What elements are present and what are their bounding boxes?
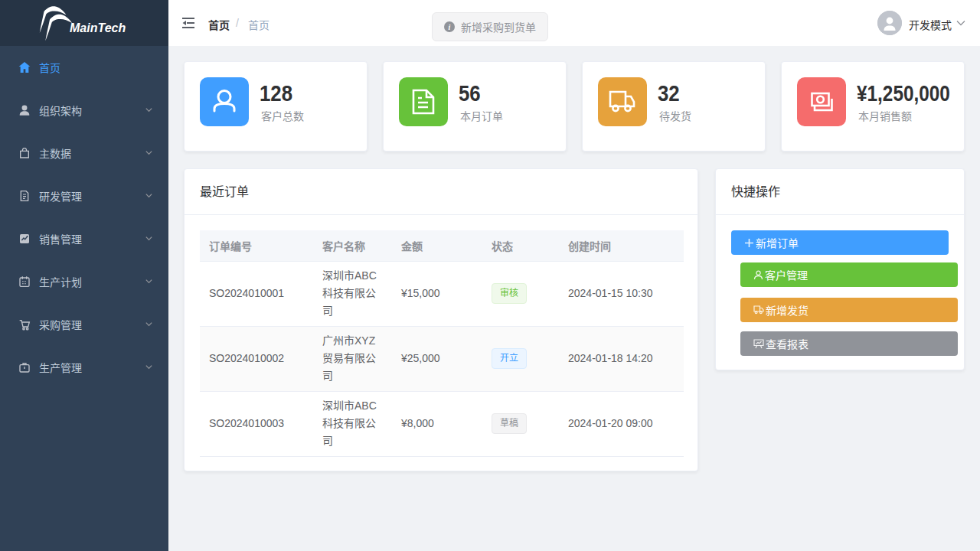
svg-text:MainTech: MainTech [70,21,126,34]
